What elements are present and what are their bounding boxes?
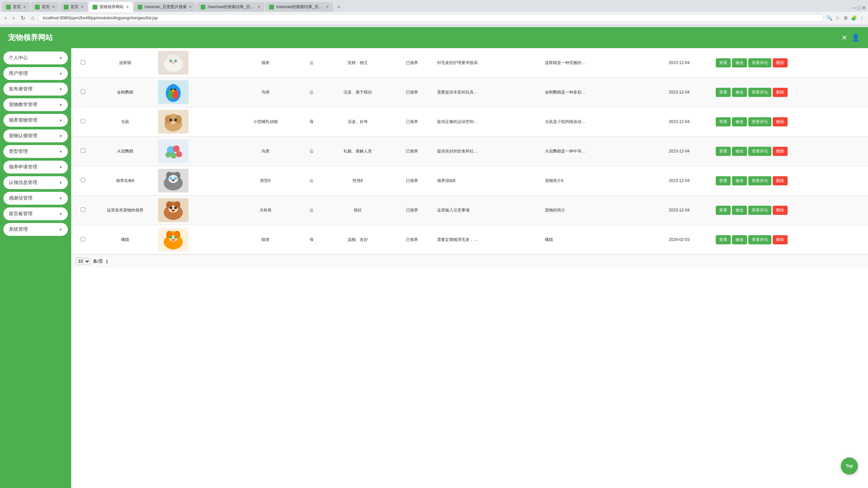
star-icon[interactable]: ☆: [834, 15, 841, 21]
edit-btn-4[interactable]: 修改: [732, 176, 747, 185]
pet-image-2: [158, 110, 189, 134]
browser-tab-tab2[interactable]: 首页 ✕: [31, 2, 59, 12]
row-checkbox-4[interactable]: [81, 178, 85, 182]
svg-point-22: [174, 119, 177, 121]
edit-btn-0[interactable]: 修改: [732, 58, 747, 67]
comments-btn-2[interactable]: 查看评论: [748, 117, 771, 126]
zoom-icon[interactable]: 🔍: [826, 15, 833, 21]
edit-btn-3[interactable]: 修改: [732, 147, 747, 156]
pet-intro-2: 仓鼠是小型的啮齿动物...: [543, 107, 645, 137]
close-icon-btn[interactable]: ✕: [842, 34, 847, 42]
sidebar-arrow-guestbook: ▼: [59, 212, 62, 216]
delete-btn-2[interactable]: 删除: [773, 117, 788, 126]
back-btn[interactable]: ‹: [3, 14, 8, 22]
sidebar-item-guestbook[interactable]: 留言板管理 ▼: [3, 207, 68, 220]
table-row: 火冠鹦鹉 鸟类 公 礼貌、善解人意 已领养 提供良好的饮食和社交环境 火冠鹦鹉是…: [71, 137, 868, 166]
comments-btn-0[interactable]: 查看评论: [748, 58, 771, 67]
pet-type-6: 猫类: [235, 225, 296, 255]
page-size-select[interactable]: 10 20 50: [75, 258, 90, 265]
window-close-btn[interactable]: ✕: [862, 5, 866, 11]
close-tab-tab7[interactable]: ✕: [326, 5, 329, 9]
pet-temper-3: 礼貌、善解人意: [327, 137, 389, 166]
maximize-btn[interactable]: □: [858, 5, 861, 11]
top-button[interactable]: Top: [841, 458, 858, 474]
pet-name-1: 金刚鹦鹉: [94, 78, 156, 107]
close-tab-tab4[interactable]: ✕: [126, 5, 129, 9]
app-header: 宠物领养网站 ✕ 👤: [0, 27, 868, 48]
svg-point-47: [172, 209, 175, 211]
pet-image-cell-1: [156, 78, 235, 107]
pet-actions-0: 查看 修改 查看评论 删除: [714, 48, 868, 78]
svg-point-45: [170, 206, 172, 209]
delete-btn-6[interactable]: 删除: [773, 235, 788, 244]
address-bar[interactable]: localhost:8080/jspm2bs49/jsp/modules/lin…: [38, 14, 824, 22]
view-btn-2[interactable]: 查看: [716, 117, 731, 126]
tab-title-tab4: 宠物领养网站: [99, 4, 124, 10]
sidebar-item-pet-claim[interactable]: 宠物认领管理 ▼: [3, 129, 68, 142]
browser-tab-tab5[interactable]: maomao_百度图片搜索 ✕: [134, 2, 196, 12]
row-checkbox-1[interactable]: [81, 89, 85, 94]
view-btn-4[interactable]: 查看: [716, 176, 731, 185]
sidebar-item-type-mgmt[interactable]: 类型管理 ▼: [3, 145, 68, 158]
sidebar-arrow-type-mgmt: ▼: [59, 150, 62, 154]
row-checkbox-3[interactable]: [81, 148, 85, 153]
add-tab-btn[interactable]: +: [334, 3, 343, 12]
edit-btn-1[interactable]: 修改: [732, 88, 747, 97]
comments-btn-6[interactable]: 查看评论: [748, 235, 771, 244]
comments-btn-4[interactable]: 查看评论: [748, 176, 771, 185]
comments-btn-1[interactable]: 查看评论: [748, 88, 771, 97]
sidebar-item-adopt-pet[interactable]: 领养宠物管理 ▼: [3, 114, 68, 127]
menu-icon[interactable]: ⋮: [859, 15, 865, 21]
sidebar-item-pet-teaching[interactable]: 宠物教学管理 ▼: [3, 98, 68, 111]
view-btn-3[interactable]: 查看: [716, 147, 731, 156]
home-btn[interactable]: ⌂: [29, 14, 37, 22]
delete-btn-0[interactable]: 删除: [773, 58, 788, 67]
table-row: 领养名称6 类型6 公 性情6 已领养 领养须知6 宠物简介6 2023-12-…: [71, 166, 868, 196]
user-icon-btn[interactable]: 👤: [851, 34, 860, 42]
row-checkbox-6[interactable]: [81, 237, 85, 241]
view-btn-0[interactable]: 查看: [716, 58, 731, 67]
browser-tab-tab7[interactable]: maomao的搜索结果_百度图… ✕: [265, 2, 333, 12]
sidebar-item-thanks-mgmt[interactable]: 感谢信管理 ▼: [3, 192, 68, 205]
sidebar-item-user-mgmt[interactable]: 用户管理 ▼: [3, 67, 68, 80]
pet-actions-6: 查看 修改 查看评论 删除: [714, 225, 868, 255]
close-tab-tab6[interactable]: ✕: [257, 5, 260, 9]
close-tab-tab2[interactable]: ✕: [52, 5, 55, 9]
browser-tab-tab6[interactable]: maomao的搜索结果_百度图… ✕: [197, 2, 264, 12]
pet-image-4: [158, 169, 189, 192]
pet-temper-0: 安静、独立: [327, 48, 389, 78]
delete-btn-3[interactable]: 删除: [773, 147, 788, 156]
close-tab-tab5[interactable]: ✕: [189, 5, 192, 9]
sidebar-item-adopt-apply[interactable]: 领养申请管理 ▼: [3, 161, 68, 174]
delete-btn-5[interactable]: 删除: [773, 206, 788, 215]
view-btn-6[interactable]: 查看: [716, 235, 731, 244]
forward-btn[interactable]: ›: [11, 14, 16, 22]
extension-icon[interactable]: 🧩: [850, 15, 857, 21]
sidebar-item-system-mgmt[interactable]: 系统管理 ▼: [3, 223, 68, 236]
close-tab-tab3[interactable]: ✕: [81, 5, 84, 9]
delete-btn-4[interactable]: 删除: [773, 176, 788, 185]
pet-gender-6: 母: [296, 225, 327, 255]
view-btn-1[interactable]: 查看: [716, 88, 731, 97]
sidebar-item-publisher-mgmt[interactable]: 发布者管理 ▼: [3, 83, 68, 96]
minimize-btn[interactable]: ─: [853, 5, 856, 11]
row-checkbox-2[interactable]: [81, 119, 85, 123]
refresh-btn[interactable]: ↻: [19, 14, 27, 22]
browser-tab-tab1[interactable]: 首页 ✕: [2, 2, 30, 12]
edit-btn-5[interactable]: 修改: [732, 206, 747, 215]
comments-btn-5[interactable]: 查看评论: [748, 206, 771, 215]
sidebar-item-claim-info[interactable]: 认领信息管理 ▼: [3, 176, 68, 189]
edit-btn-2[interactable]: 修改: [732, 117, 747, 126]
browser-tab-tab3[interactable]: 首页 ✕: [60, 2, 88, 12]
close-tab-tab1[interactable]: ✕: [23, 5, 26, 9]
row-checkbox-5[interactable]: [81, 207, 85, 212]
browser-tab-tab4[interactable]: 宠物领养网站 ✕: [88, 2, 133, 12]
pet-temper-6: 温顺、友好: [327, 225, 389, 255]
delete-btn-1[interactable]: 删除: [773, 88, 788, 97]
view-btn-5[interactable]: 查看: [716, 206, 731, 215]
edit-btn-6[interactable]: 修改: [732, 235, 747, 244]
row-checkbox-0[interactable]: [81, 60, 85, 64]
settings-icon[interactable]: ⚙: [842, 15, 849, 21]
comments-btn-3[interactable]: 查看评论: [748, 147, 771, 156]
sidebar-item-personal[interactable]: 个人中心 ▼: [3, 52, 68, 64]
